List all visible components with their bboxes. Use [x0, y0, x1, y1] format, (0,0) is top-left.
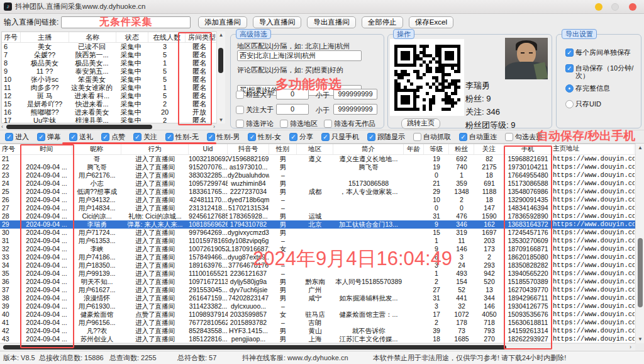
- column-header[interactable]: 在线人数: [148, 32, 186, 42]
- checkbox-筛选地区[interactable]: 筛选地区: [280, 119, 318, 128]
- checkbox-分享[interactable]: ✓分享: [289, 132, 313, 142]
- scroll-left-icon[interactable]: ‹: [1, 123, 3, 130]
- checkbox-icon[interactable]: [236, 91, 244, 99]
- table-row[interactable]: 21哥进入了直播间100321806920V15968821691男遵义遵义生遵…: [0, 155, 635, 163]
- table-row[interactable]: 232024-09-04 ...用户62176...进入了直播间38303228…: [0, 171, 635, 179]
- checkbox-送礼[interactable]: ✓送礼: [69, 132, 93, 142]
- table-row[interactable]: 302024-09-04 ...用户71724...进入了直播间99796426…: [0, 229, 635, 237]
- column-header[interactable]: 性别: [269, 144, 297, 154]
- checkbox-icon[interactable]: ✓: [133, 133, 142, 141]
- table-row[interactable]: 362024-09-04 ...明天不知...进入了直播间10971672113…: [0, 278, 635, 286]
- checkbox-每个房间单独保存[interactable]: ✓每个房间单独保存: [565, 48, 638, 57]
- checkbox-icon[interactable]: [236, 106, 244, 114]
- checkbox-只显手机[interactable]: ✓只显手机: [321, 132, 359, 142]
- column-header[interactable]: 名称: [69, 32, 116, 42]
- checkbox-icon[interactable]: ✓: [367, 133, 375, 141]
- table-row[interactable]: 412024-09-04 ...用户96156...进入了直播间76772810…: [0, 319, 635, 327]
- checkbox-icon[interactable]: ✓: [565, 48, 574, 57]
- checkbox-icon[interactable]: ✓: [5, 133, 13, 141]
- column-header[interactable]: 昵称: [72, 144, 121, 154]
- follow-max-input[interactable]: 999999999: [333, 104, 377, 115]
- table-row[interactable]: 262024-09-04 ...用户34132...进入了直播间42481117…: [0, 196, 635, 204]
- column-header[interactable]: 粉丝: [449, 144, 474, 154]
- table-row[interactable]: 12斑 马进来看 科...采集中5匿名: [2, 92, 225, 100]
- export-rooms-button[interactable]: 导出直播间: [307, 16, 356, 28]
- table-row[interactable]: 15是妍希吖??快进来看...采集中2匿名: [2, 100, 225, 108]
- column-header[interactable]: 地区: [297, 144, 333, 154]
- table-row[interactable]: 8极品美女极品美女...采集中1匿名: [2, 59, 225, 67]
- checkbox-自动保存（10分钟/次）[interactable]: ✓自动保存（10分钟/次）: [565, 64, 638, 79]
- close-button[interactable]: [629, 3, 636, 11]
- column-header[interactable]: 序号: [0, 144, 21, 154]
- checkbox-icon[interactable]: [324, 120, 332, 128]
- column-header[interactable]: 状态: [116, 32, 148, 42]
- scroll-up-icon[interactable]: ▲: [217, 32, 225, 38]
- maximize-button[interactable]: [611, 3, 619, 11]
- import-rooms-button[interactable]: 导入直播间: [253, 16, 302, 28]
- rooms-vertical-scrollbar[interactable]: ▲ ▼: [216, 31, 225, 123]
- checkbox-弹幕[interactable]: ✓弹幕: [37, 132, 61, 142]
- column-header[interactable]: 行为: [121, 144, 189, 154]
- table-row[interactable]: 10张小诗sc笨蛋美女采集中5匿名: [2, 76, 225, 84]
- follow-min-input[interactable]: 0: [276, 104, 309, 115]
- checkbox-icon[interactable]: ✓: [321, 133, 330, 141]
- table-row[interactable]: 402024-09-04 ...健豪烩面馆点赞了直播间1109893791472…: [0, 310, 635, 319]
- checkbox-icon[interactable]: ✓: [565, 64, 574, 72]
- checkbox-性别-无[interactable]: ✓性别-无: [165, 132, 199, 142]
- table-row[interactable]: 372024-09-04 ...用户61627...进入了直播间29155304…: [0, 286, 635, 294]
- column-header[interactable]: 等级: [424, 144, 449, 154]
- support-link[interactable]: 抖神在线客服: www.dy.dyhuoke.cn: [242, 353, 373, 363]
- add-room-button[interactable]: 添加直播间: [198, 16, 247, 28]
- table-row[interactable]: 272024-09-04 ...用户14834...进入了直播间23131241…: [0, 204, 635, 212]
- checkbox-icon[interactable]: ✓: [37, 133, 45, 141]
- column-header[interactable]: 年龄: [404, 144, 424, 154]
- table-row[interactable]: 16熊嘟嘟??进来看美女采集中20开放: [2, 108, 225, 117]
- table-row[interactable]: 252024-09-04 ...低调??想事成进入了直播间183361765..…: [0, 188, 635, 196]
- fans-filter-checkbox[interactable]: 粉丝大于: [236, 90, 274, 100]
- checkbox-icon[interactable]: [280, 120, 288, 128]
- viewers-scroll-thumb[interactable]: [638, 238, 643, 307]
- checkbox-筛选有无作品[interactable]: 筛选有无作品: [324, 119, 375, 128]
- checkbox-icon[interactable]: ✓: [165, 133, 174, 141]
- table-row[interactable]: 392024-09-04 ...用户61930...进入了直播间31142338…: [0, 302, 635, 310]
- table-row[interactable]: 312024-09-04 ...用户61353...进入了直播间11015978…: [0, 237, 635, 245]
- table-row[interactable]: 292024-09-04 ...李瑞勇弹幕: 来人来人来...108185696…: [0, 220, 635, 229]
- scroll-down-icon[interactable]: ▼: [217, 117, 225, 123]
- radio-存完整信息[interactable]: 存完整信息: [565, 84, 610, 93]
- column-header[interactable]: Uid: [189, 144, 228, 154]
- table-row[interactable]: 422024-09-04 ...凡??衣进入了直播间852843558...HY…: [0, 327, 635, 335]
- table-row[interactable]: 17Uu学妹梓潼县美...采集中2匿名: [2, 117, 225, 123]
- checkbox-icon[interactable]: [505, 133, 513, 141]
- checkbox-点赞[interactable]: ✓点赞: [101, 132, 125, 142]
- checkbox-icon[interactable]: ✓: [289, 133, 297, 141]
- scroll-right-icon[interactable]: ›: [213, 123, 215, 130]
- checkbox-自动重连[interactable]: ✓自动重连: [459, 132, 497, 142]
- stop-all-button[interactable]: 全部停止: [362, 16, 403, 28]
- table-row[interactable]: 382024-09-04 ...浪漫情怀进入了直播间261647159...74…: [0, 294, 635, 302]
- table-row[interactable]: 11肉多多??这美女谁家的采集中1匿名: [2, 84, 225, 92]
- table-row[interactable]: 282024-09-04 ...Cici的凉...礼物: Cici的凉城...9…: [0, 212, 635, 220]
- scroll-right-icon[interactable]: ›: [630, 344, 631, 350]
- checkbox-关注[interactable]: ✓关注: [133, 132, 157, 142]
- column-header[interactable]: 抖音号: [228, 144, 269, 154]
- checkbox-跟随显示[interactable]: ✓跟随显示: [367, 132, 405, 142]
- checkbox-性别-男[interactable]: ✓性别-男: [207, 132, 240, 142]
- region-filter-input[interactable]: 西安|北京|上海|深圳|杭州: [237, 50, 362, 61]
- checkbox-icon[interactable]: [413, 133, 421, 141]
- scroll-down-icon[interactable]: ▼: [636, 336, 644, 342]
- follow-filter-checkbox[interactable]: 关注大于: [236, 105, 274, 115]
- column-header[interactable]: 关注: [474, 144, 504, 154]
- checkbox-icon[interactable]: ✓: [248, 133, 256, 141]
- column-header[interactable]: 房间类型: [186, 32, 219, 42]
- checkbox-性别-女[interactable]: ✓性别-女: [248, 132, 281, 142]
- room-link-input[interactable]: 无条件采集: [61, 16, 191, 28]
- table-row[interactable]: 7朵媛??陕西第一...采集中5匿名: [2, 51, 225, 59]
- table-row[interactable]: 6美女已读不回采集中3匿名: [2, 43, 225, 51]
- column-header[interactable]: 时间: [21, 144, 72, 154]
- scroll-up-icon[interactable]: ▲: [636, 145, 644, 151]
- checkbox-icon[interactable]: ✓: [459, 133, 467, 141]
- jump-homepage-button[interactable]: 跳转主页: [401, 118, 440, 129]
- radio-只存UID[interactable]: 只存UID: [565, 100, 610, 109]
- checkbox-icon[interactable]: ✓: [69, 133, 77, 141]
- column-header[interactable]: 主页地址: [552, 144, 635, 154]
